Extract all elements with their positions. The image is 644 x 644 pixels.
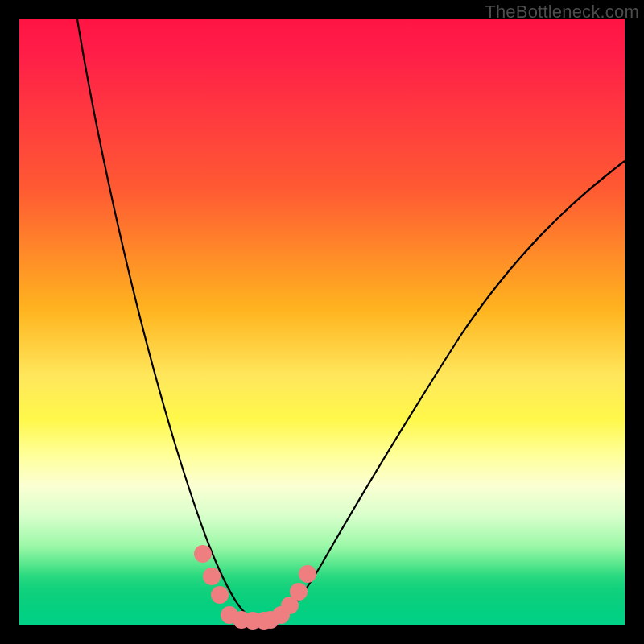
chart-plot-area bbox=[19, 19, 625, 625]
watermark-text: TheBottleneck.com bbox=[485, 2, 639, 23]
